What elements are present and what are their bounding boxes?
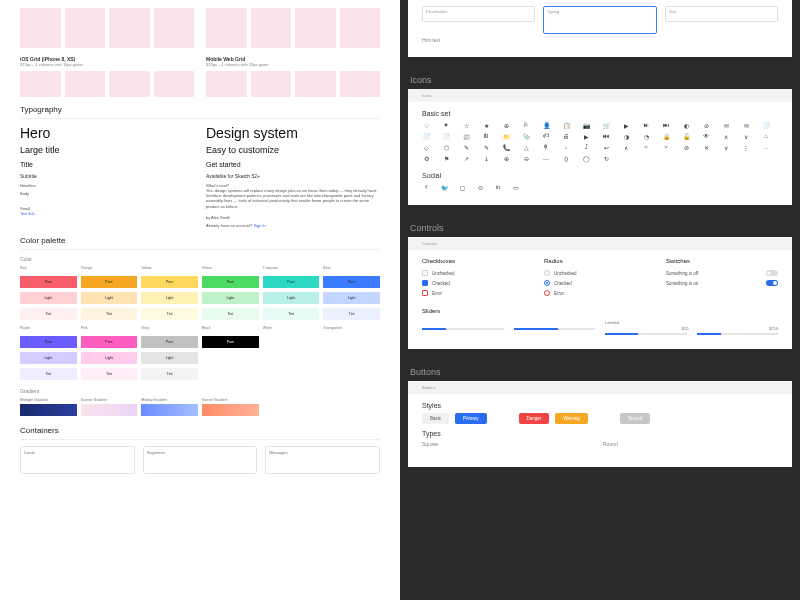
radio-checked[interactable] [544, 280, 550, 286]
switch-off[interactable] [766, 270, 778, 276]
swatch-green-light: Light [202, 292, 259, 304]
type-title-sample: Get started [206, 161, 380, 168]
container-segments: Segments [143, 446, 258, 474]
button-warning[interactable]: Warning [555, 413, 588, 424]
slider-labeled[interactable]: $20 [605, 333, 687, 335]
checkbox-error[interactable] [422, 290, 428, 296]
basic-icon-29: ◔ [642, 132, 650, 140]
swatch-turquoise-light: Light [263, 292, 320, 304]
buttons-types-heading: Types [422, 430, 778, 437]
basic-icon-60: ⋯ [542, 154, 550, 162]
type-headline: Headline [20, 183, 194, 188]
input-placeholder[interactable]: Placeholder [422, 6, 535, 22]
swatch-transparent-light [323, 352, 380, 364]
slider-labeled-value: $20 [682, 326, 689, 331]
swatch-orange-light: Light [81, 292, 138, 304]
palette-heading: Color palette [20, 236, 380, 250]
color-orange-label: Orange [81, 266, 138, 270]
palette-color-label: Color [20, 256, 380, 262]
switch-off-label: Something is off [666, 271, 698, 276]
basic-icon-46: ∧ [622, 143, 630, 151]
slider-range-value: $259 [769, 326, 778, 331]
gradient-label: Gradient [20, 388, 380, 394]
buttons-card: Buttons Styles Basic Primary Danger Warn… [408, 381, 792, 467]
type-hero-sample: Design system [206, 125, 380, 141]
slider-2[interactable] [514, 328, 596, 330]
basic-icon-7: 📋 [562, 121, 570, 129]
swatch-yellow-light: Light [141, 292, 198, 304]
left-design-sheet: iOS Grid (iPhone 8, XS) 375px – 4 column… [0, 0, 400, 600]
grad-midnight-label: Midnight Gradient [20, 398, 77, 402]
grid-samples-top [20, 8, 380, 52]
swatch-blue-light: Light [323, 292, 380, 304]
slider-range[interactable]: $259 [697, 333, 779, 335]
basic-icon-56: ↗ [462, 154, 470, 162]
basic-icon-19: 📄 [442, 132, 450, 140]
typography-heading: Typography [20, 105, 380, 119]
basic-icon-28: ◑ [622, 132, 630, 140]
type-hero: Hero [20, 125, 194, 141]
type-subtitle: Subtitle [20, 173, 194, 179]
color-purple-label: Purple [20, 326, 77, 330]
basic-icon-41: △ [522, 143, 530, 151]
grad-sunrise-label: Sunrise Gradient [81, 398, 138, 402]
basic-icon-36: ◇ [422, 143, 430, 151]
basic-icon-4: ⊕ [502, 121, 510, 129]
basic-icon-62: ◯ [582, 154, 590, 162]
social-icon-row: f🐦◻⊙in▭ [422, 183, 778, 191]
swatch-blue-pure: Pure [323, 276, 380, 288]
basic-icon-6: 👤 [542, 121, 550, 129]
signin-link[interactable]: Sign In [253, 223, 265, 228]
right-column: Placeholder Typing Text Hint text Icons … [400, 0, 800, 600]
color-yellow-label: Yellow [141, 266, 198, 270]
basic-icon-63: ↻ [602, 154, 610, 162]
checkboxes-heading: Checkboxes [422, 258, 534, 264]
checkbox-unchecked[interactable] [422, 270, 428, 276]
swatch-white-light [263, 352, 320, 364]
input-typing[interactable]: Typing [543, 6, 656, 34]
grad-sunset [202, 404, 259, 416]
checkbox-error-label: Error [432, 291, 442, 296]
social-icon-3: ⊙ [476, 183, 484, 191]
checkbox-checked[interactable] [422, 280, 428, 286]
sliders-heading: Sliders [422, 308, 778, 314]
type-textlink: Text link [20, 211, 194, 216]
basic-icon-61: ⟨⟩ [562, 154, 570, 162]
social-icon-0: f [422, 183, 430, 191]
ios-grid-sub: 375px – 4 columns with 16px gutter [20, 62, 194, 67]
type-link-pre: Already have an account? [206, 223, 253, 228]
palette-row-1-labels: Red Orange Yellow Green Turquoise Blue [20, 266, 380, 272]
button-danger[interactable]: Danger [519, 413, 550, 424]
button-basic[interactable]: Basic [422, 413, 449, 424]
type-body-sample: Yes, design systems will replace many de… [206, 188, 380, 209]
color-blue-label: Blue [323, 266, 380, 270]
swatch-green-pure: Pure [202, 276, 259, 288]
button-neutral[interactable]: Neutral [620, 413, 651, 424]
switch-on[interactable] [766, 280, 778, 286]
swatch-pink-pure: Pure [81, 336, 138, 348]
basic-icon-5: ⎘ [522, 121, 530, 129]
button-primary[interactable]: Primary [455, 413, 487, 424]
color-black-label: Black [202, 326, 259, 330]
type-subtitle-sample: Available for Sketch 52+ [206, 173, 380, 179]
grad-midnight [20, 404, 77, 416]
type-large-sample: Easy to customize [206, 145, 380, 155]
social-icon-4: in [494, 183, 502, 191]
basic-icon-16: ✉ [742, 121, 750, 129]
radio-unchecked[interactable] [544, 270, 550, 276]
basic-icon-32: 👁 [702, 132, 710, 140]
basic-icon-39: ✎ [482, 143, 490, 151]
palette-row-2-tint: Tint Tint Tint [20, 368, 380, 380]
basic-icon-49: ⊘ [682, 143, 690, 151]
swatch-orange-tint: Tint [81, 308, 138, 320]
slider-1[interactable] [422, 328, 504, 330]
container-messages: Messages [265, 446, 380, 474]
basic-icon-11: ⏯ [642, 121, 650, 129]
color-turquoise-label: Turquoise [263, 266, 320, 270]
swatch-red-pure: Pure [20, 276, 77, 288]
radio-error[interactable] [544, 290, 550, 296]
palette-row-1-pure: Pure Pure Pure Pure Pure Pure [20, 276, 380, 288]
input-text[interactable]: Text [665, 6, 778, 22]
type-body: Body [20, 191, 194, 196]
basic-icon-52: ⋮ [742, 143, 750, 151]
